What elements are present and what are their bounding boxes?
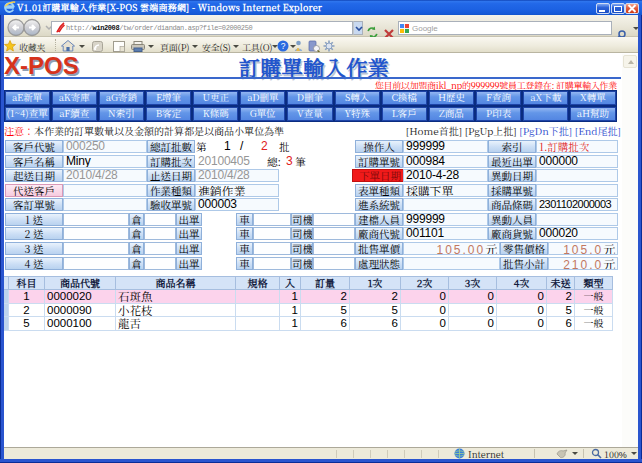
svg-text:?: ?: [281, 41, 286, 51]
